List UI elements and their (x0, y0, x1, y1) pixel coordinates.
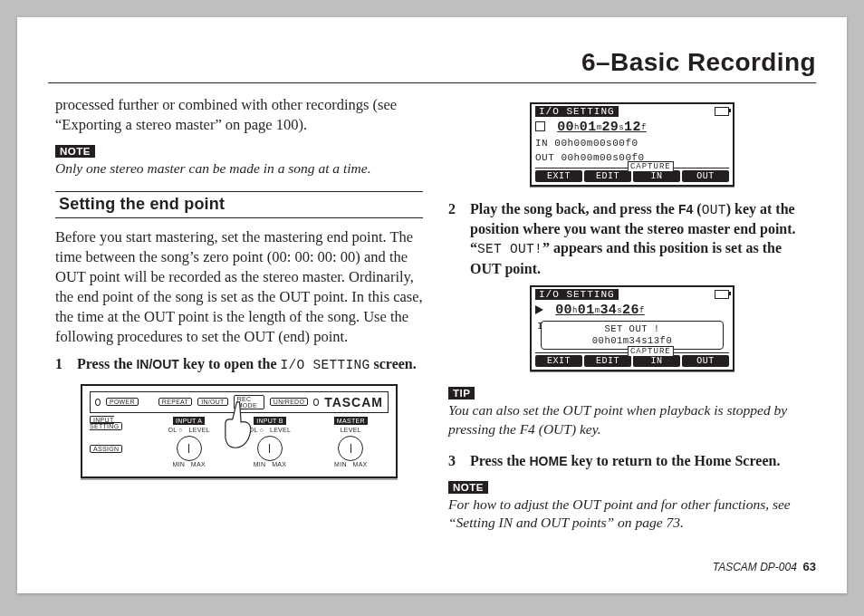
undo-button: UN/REDO (270, 398, 308, 406)
lcd-timecode: 00h01m34s26f (553, 302, 647, 319)
ol-label: OL (249, 427, 258, 433)
intro-paragraph: processed further or combined with other… (55, 95, 423, 135)
key-home: HOME (529, 454, 567, 468)
assign-button: ASSIGN (90, 445, 122, 453)
lcd-screenshot-2: I/O SETTING 00h01m34s26f I SET OUT ! 00h… (530, 285, 734, 371)
step-3: 3 Press the HOME key to return to the Ho… (448, 451, 816, 470)
softkey-exit: EXIT (535, 170, 582, 182)
lcd-title: I/O SETTING (535, 106, 619, 117)
step-text: Press the (77, 356, 132, 371)
master-label: MASTER (334, 417, 368, 425)
device-top-row: POWER REPEAT IN/OUT REC MODE UN/REDO TAS… (90, 391, 389, 413)
lcd-screenshot-1: I/O SETTING 00h01m29s12f IN 00h00m00s00f… (530, 102, 734, 187)
step-text: Play the song back, and press the (470, 201, 675, 217)
step-text: screen. (374, 356, 417, 371)
note-label: NOTE (55, 145, 95, 158)
tc-m: 01 (578, 303, 595, 318)
softkey-edit: EDIT (584, 355, 631, 367)
level-label: LEVEL (341, 427, 361, 433)
level-label: LEVEL (189, 427, 210, 433)
input-a-label: INPUT A (173, 417, 205, 425)
note-body: Only one stereo master can be made in a … (55, 159, 423, 178)
footer-brand: TASCAM DP-004 (713, 561, 797, 573)
softkey-in: IN (633, 170, 680, 182)
note-label-2: NOTE (448, 481, 488, 494)
key-inout: IN/OUT (136, 357, 178, 371)
tc-h: 00 (555, 303, 572, 318)
step-body: Play the song back, and press the F4 (OU… (470, 199, 816, 279)
lcd-softkey-row: CAPTURE EXIT EDIT IN OUT (535, 168, 729, 182)
led-icon (313, 399, 319, 406)
step-body: Press the IN/OUT key to open the I/O SET… (77, 354, 423, 374)
input-b-block: INPUT B OL ○ LEVEL MIN MAX (232, 417, 307, 467)
tip-label: TIP (448, 387, 475, 399)
recmode-button: REC MODE (234, 395, 264, 409)
tc-m: 01 (580, 120, 597, 135)
level-label: LEVEL (270, 427, 291, 433)
step-text: key to open the (183, 356, 277, 371)
softkey-edit: EDIT (584, 170, 631, 182)
step-2: 2 Play the song back, and press the F4 (… (448, 199, 816, 279)
power-led-icon (95, 399, 101, 406)
device-knob-row: INPUT SETTING ASSIGN INPUT A OL ○ LEVEL … (90, 417, 389, 467)
step-1: 1 Press the IN/OUT key to open the I/O S… (55, 354, 423, 374)
battery-icon (715, 107, 729, 116)
title-rule (48, 82, 816, 83)
column-right: I/O SETTING 00h01m29s12f IN 00h00m00s00f… (448, 95, 816, 544)
knob-icon (177, 436, 202, 461)
tip-body: You can also set the OUT point when play… (448, 401, 816, 438)
softkey-out: OUT (682, 355, 729, 367)
softkey-exit: EXIT (535, 355, 582, 367)
capture-label: CAPTURE (628, 161, 674, 171)
input-b-label: INPUT B (254, 417, 286, 425)
screen-name: I/O SETTING (280, 358, 370, 372)
tc-f: 12 (624, 120, 641, 135)
softkey-in: IN (633, 355, 680, 367)
tc-s: 29 (601, 120, 619, 135)
section-heading: Setting the end point (55, 191, 423, 218)
knob-icon (338, 436, 363, 461)
device-panel-illustration: POWER REPEAT IN/OUT REC MODE UN/REDO TAS… (81, 384, 398, 478)
stop-icon (535, 121, 545, 131)
min-label: MIN (172, 461, 185, 467)
note-body-2: For how to adjust the OUT point and for … (448, 496, 816, 533)
manual-page: 6–Basic Recording processed further or c… (17, 17, 847, 593)
key-out: OUT (702, 203, 726, 217)
lcd-softkey-row: CAPTURE EXIT EDIT IN OUT (535, 352, 729, 367)
min-label: MIN (254, 461, 266, 467)
key-f4: F4 (678, 202, 693, 217)
step-body: Press the HOME key to return to the Home… (470, 451, 816, 470)
content-columns: processed further or combined with other… (55, 95, 816, 544)
max-label: MAX (353, 461, 368, 467)
master-block: MASTER LEVEL MIN MAX (313, 417, 389, 467)
input-setting-button: INPUT SETTING (90, 416, 122, 430)
page-footer: TASCAM DP-004 63 (713, 560, 816, 573)
power-button: POWER (106, 398, 139, 406)
max-label: MAX (191, 461, 206, 467)
page-number: 63 (803, 560, 816, 573)
brand-logo: TASCAM (324, 395, 383, 409)
step-number: 1 (55, 354, 68, 374)
step-text: key to return to the Home Screen. (571, 453, 780, 468)
lcd-in-value: IN 00h00m00s00f0 (535, 138, 729, 150)
input-a-block: INPUT A OL ○ LEVEL MIN MAX (151, 417, 226, 467)
section-body: Before you start mastering, set the mast… (55, 227, 423, 348)
inout-button: IN/OUT (197, 398, 228, 406)
tc-s: 34 (600, 303, 617, 318)
capture-label: CAPTURE (628, 346, 674, 356)
ol-label: OL (168, 427, 177, 433)
play-icon (535, 305, 543, 314)
step-number: 2 (448, 199, 461, 279)
battery-icon (715, 290, 729, 299)
step-number: 3 (448, 451, 461, 470)
repeat-button: REPEAT (158, 398, 192, 406)
msg-set-out: SET OUT! (477, 242, 542, 256)
min-label: MIN (334, 461, 347, 467)
popup-line1: SET OUT ! (547, 323, 717, 335)
knob-icon (257, 436, 283, 461)
column-left: processed further or combined with other… (55, 95, 423, 544)
softkey-out: OUT (682, 170, 729, 182)
max-label: MAX (272, 461, 286, 467)
tc-f: 26 (622, 303, 639, 318)
chapter-title: 6–Basic Recording (581, 48, 816, 77)
